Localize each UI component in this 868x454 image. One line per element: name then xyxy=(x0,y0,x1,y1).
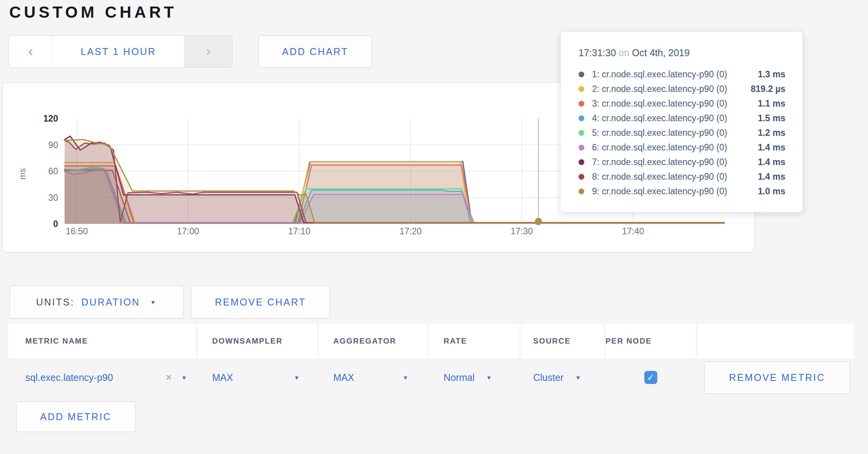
per-node-cell: ✓ xyxy=(605,358,696,397)
downsampler-dropdown[interactable]: MAX ▼ xyxy=(198,358,317,397)
series-color-dot-icon xyxy=(579,86,584,92)
tooltip-series-row: 5: cr.node.sql.exec.latency-p90 (0)1.2 m… xyxy=(579,125,785,140)
chevron-down-icon: ▼ xyxy=(150,299,157,305)
series-label: 1: cr.node.sql.exec.latency-p90 (0) xyxy=(592,69,758,80)
time-range-label: LAST 1 HOUR xyxy=(81,46,156,57)
units-dropdown[interactable]: UNITS: DURATION ▼ xyxy=(10,285,183,319)
source-value: Cluster xyxy=(533,372,564,383)
svg-text:60: 60 xyxy=(48,166,58,176)
series-label: 6: cr.node.sql.exec.latency-p90 (0) xyxy=(592,142,758,153)
chevron-down-icon: ▼ xyxy=(575,375,581,381)
header-actions xyxy=(697,324,854,358)
metrics-table: METRIC NAME DOWNSAMPLER AGGREGATOR RATE … xyxy=(8,324,856,397)
tooltip-series-row: 9: cr.node.sql.exec.latency-p90 (0)1.0 m… xyxy=(579,184,785,199)
rate-dropdown[interactable]: Normal ▼ xyxy=(429,358,519,397)
remove-metric-button[interactable]: REMOVE METRIC xyxy=(704,361,850,394)
svg-text:17:40: 17:40 xyxy=(622,226,644,236)
chevron-down-icon[interactable]: ▼ xyxy=(181,375,187,381)
metric-name-value[interactable]: sql.exec.latency-p90 xyxy=(25,372,113,383)
tooltip-date: Oct 4th, 2019 xyxy=(632,47,690,58)
header-metric-name: METRIC NAME xyxy=(8,324,196,358)
series-label: 9: cr.node.sql.exec.latency-p90 (0) xyxy=(592,186,758,197)
clear-metric-icon[interactable]: × xyxy=(166,371,172,384)
units-value: DURATION xyxy=(81,297,140,308)
chevron-left-icon: ‹ xyxy=(28,43,33,60)
tooltip-series-row: 7: cr.node.sql.exec.latency-p90 (0)1.4 m… xyxy=(579,155,785,169)
metric-row: sql.exec.latency-p90 × ▼ MAX ▼ MAX ▼ Nor… xyxy=(8,358,856,397)
series-color-dot-icon xyxy=(579,101,584,107)
svg-text:17:00: 17:00 xyxy=(177,226,199,236)
check-icon: ✓ xyxy=(647,372,654,383)
per-node-checkbox[interactable]: ✓ xyxy=(644,371,657,384)
series-label: 2: cr.node.sql.exec.latency-p90 (0) xyxy=(592,84,751,94)
header-per-node: PER NODE xyxy=(605,324,696,358)
chevron-down-icon: ▼ xyxy=(402,375,408,381)
tooltip-series-list: 1: cr.node.sql.exec.latency-p90 (0)1.3 m… xyxy=(579,67,785,199)
svg-text:30: 30 xyxy=(48,193,58,203)
series-color-dot-icon xyxy=(579,145,584,150)
page-title: CUSTOM CHART xyxy=(9,3,177,22)
time-range-prev-button[interactable]: ‹ xyxy=(9,36,53,67)
actions-cell: REMOVE METRIC xyxy=(697,358,854,397)
tooltip-series-row: 1: cr.node.sql.exec.latency-p90 (0)1.3 m… xyxy=(579,67,785,82)
header-rate: RATE xyxy=(429,324,519,358)
series-label: 4: cr.node.sql.exec.latency-p90 (0) xyxy=(592,113,758,124)
rate-value: Normal xyxy=(444,372,475,383)
metrics-table-header: METRIC NAME DOWNSAMPLER AGGREGATOR RATE … xyxy=(8,324,856,358)
series-color-dot-icon xyxy=(579,130,584,136)
source-dropdown[interactable]: Cluster ▼ xyxy=(521,358,604,397)
series-value: 1.4 ms xyxy=(758,172,785,182)
header-aggregator: AGGREGATOR xyxy=(319,324,427,358)
add-chart-button[interactable]: ADD CHART xyxy=(258,35,372,68)
time-range-button[interactable]: LAST 1 HOUR xyxy=(53,36,184,67)
time-range-control: ‹ LAST 1 HOUR › xyxy=(8,35,233,68)
aggregator-dropdown[interactable]: MAX ▼ xyxy=(319,358,427,397)
svg-text:17:20: 17:20 xyxy=(399,226,422,236)
svg-text:120: 120 xyxy=(43,114,58,124)
add-metric-button[interactable]: ADD METRIC xyxy=(16,401,135,432)
series-color-dot-icon xyxy=(579,174,584,180)
downsampler-value: MAX xyxy=(212,372,233,383)
tooltip-series-row: 2: cr.node.sql.exec.latency-p90 (0)819.2… xyxy=(579,82,785,96)
tooltip-time: 17:31:30 xyxy=(579,47,616,58)
series-color-dot-icon xyxy=(579,72,584,77)
series-color-dot-icon xyxy=(579,189,584,194)
aggregator-value: MAX xyxy=(333,372,354,383)
metric-name-cell: sql.exec.latency-p90 × ▼ xyxy=(8,358,196,397)
series-color-dot-icon xyxy=(579,115,584,121)
chevron-down-icon: ▼ xyxy=(294,375,299,381)
series-value: 1.1 ms xyxy=(758,98,785,109)
series-value: 1.0 ms xyxy=(758,186,785,197)
series-value: 819.2 µs xyxy=(751,84,785,94)
svg-text:ms: ms xyxy=(18,168,27,179)
chevron-right-icon: › xyxy=(206,43,211,60)
tooltip-series-row: 4: cr.node.sql.exec.latency-p90 (0)1.5 m… xyxy=(579,111,785,125)
header-downsampler: DOWNSAMPLER xyxy=(198,324,317,358)
time-range-next-button[interactable]: › xyxy=(184,36,232,67)
series-value: 1.4 ms xyxy=(758,157,785,167)
series-label: 3: cr.node.sql.exec.latency-p90 (0) xyxy=(592,98,758,109)
series-value: 1.2 ms xyxy=(758,128,785,138)
series-value: 1.3 ms xyxy=(758,69,785,80)
chevron-down-icon: ▼ xyxy=(486,375,492,381)
series-label: 8: cr.node.sql.exec.latency-p90 (0) xyxy=(592,172,758,182)
svg-text:0: 0 xyxy=(53,219,58,229)
svg-text:17:30: 17:30 xyxy=(511,226,533,236)
tooltip-series-row: 3: cr.node.sql.exec.latency-p90 (0)1.1 m… xyxy=(579,96,785,111)
series-value: 1.4 ms xyxy=(758,142,785,153)
svg-text:90: 90 xyxy=(48,140,58,150)
tooltip-timestamp: 17:31:30 on Oct 4th, 2019 xyxy=(579,47,785,58)
svg-text:17:10: 17:10 xyxy=(288,226,311,236)
tooltip-series-row: 6: cr.node.sql.exec.latency-p90 (0)1.4 m… xyxy=(579,140,785,155)
tooltip-series-row: 8: cr.node.sql.exec.latency-p90 (0)1.4 m… xyxy=(579,169,785,184)
series-value: 1.5 ms xyxy=(758,113,785,124)
chart-hover-tooltip: 17:31:30 on Oct 4th, 2019 1: cr.node.sql… xyxy=(560,32,803,212)
tooltip-on-text: on xyxy=(619,47,629,58)
series-color-dot-icon xyxy=(579,159,584,165)
units-label: UNITS: xyxy=(36,297,75,308)
remove-chart-button[interactable]: REMOVE CHART xyxy=(191,285,330,319)
header-source: SOURCE xyxy=(521,324,604,358)
svg-text:16:50: 16:50 xyxy=(66,226,88,236)
series-label: 5: cr.node.sql.exec.latency-p90 (0) xyxy=(592,128,758,138)
series-label: 7: cr.node.sql.exec.latency-p90 (0) xyxy=(592,157,758,167)
